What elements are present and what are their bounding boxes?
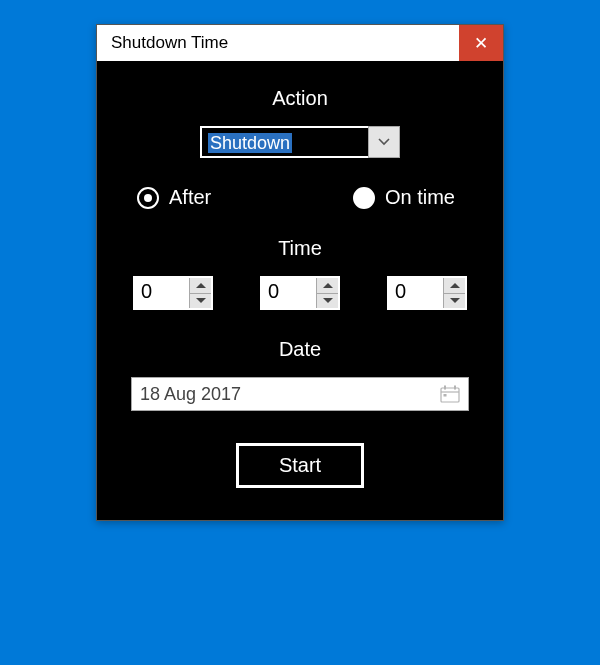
- calendar-icon: [440, 385, 460, 403]
- hours-down-button[interactable]: [190, 294, 211, 309]
- dropdown-arrow-button[interactable]: [368, 126, 400, 158]
- seconds-spinner[interactable]: 0: [387, 276, 467, 310]
- minutes-stepper: [316, 278, 338, 308]
- triangle-up-icon: [450, 283, 460, 288]
- svg-rect-3: [454, 386, 456, 390]
- client-area: Action Shutdown After On time Time: [97, 61, 503, 520]
- minutes-down-button[interactable]: [317, 294, 338, 309]
- triangle-up-icon: [196, 283, 206, 288]
- minutes-up-button[interactable]: [317, 278, 338, 294]
- hours-stepper: [189, 278, 211, 308]
- seconds-value: 0: [389, 278, 443, 308]
- hours-value: 0: [135, 278, 189, 308]
- radio-icon: [353, 187, 375, 209]
- start-button[interactable]: Start: [236, 443, 364, 488]
- radio-after[interactable]: After: [137, 186, 211, 209]
- seconds-stepper: [443, 278, 465, 308]
- radio-on-time[interactable]: On time: [353, 186, 455, 209]
- app-window: Shutdown Time ✕ Action Shutdown After: [96, 24, 504, 521]
- time-spinner-row: 0 0 0: [127, 276, 473, 310]
- radio-icon: [137, 187, 159, 209]
- date-value: 18 Aug 2017: [140, 384, 440, 405]
- chevron-down-icon: [378, 138, 390, 146]
- date-picker[interactable]: 18 Aug 2017: [131, 377, 469, 411]
- triangle-down-icon: [450, 298, 460, 303]
- triangle-down-icon: [196, 298, 206, 303]
- titlebar: Shutdown Time ✕: [97, 25, 503, 61]
- date-label: Date: [127, 338, 473, 361]
- action-dropdown-value: Shutdown: [200, 126, 368, 158]
- window-title: Shutdown Time: [111, 33, 228, 53]
- hours-spinner[interactable]: 0: [133, 276, 213, 310]
- triangle-up-icon: [323, 283, 333, 288]
- close-button[interactable]: ✕: [459, 25, 503, 61]
- mode-radio-group: After On time: [127, 186, 473, 209]
- seconds-up-button[interactable]: [444, 278, 465, 294]
- triangle-down-icon: [323, 298, 333, 303]
- action-dropdown[interactable]: Shutdown: [200, 126, 400, 158]
- radio-on-time-label: On time: [385, 186, 455, 209]
- action-label: Action: [127, 87, 473, 110]
- radio-after-label: After: [169, 186, 211, 209]
- minutes-spinner[interactable]: 0: [260, 276, 340, 310]
- time-label: Time: [127, 237, 473, 260]
- svg-rect-4: [444, 394, 447, 397]
- seconds-down-button[interactable]: [444, 294, 465, 309]
- minutes-value: 0: [262, 278, 316, 308]
- close-icon: ✕: [474, 33, 488, 54]
- hours-up-button[interactable]: [190, 278, 211, 294]
- svg-rect-2: [444, 386, 446, 390]
